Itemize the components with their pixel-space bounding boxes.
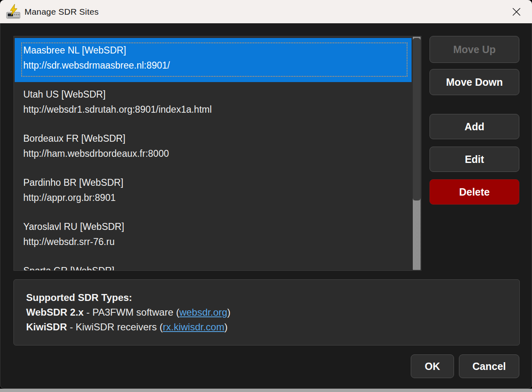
site-name: Pardinho BR [WebSDR]: [23, 176, 412, 189]
info-entry: KiwiSDR - KiwiSDR receivers (rx.kiwisdr.…: [26, 320, 519, 334]
list-item[interactable]: Maasbree NL [WebSDR] http://sdr.websdrma…: [15, 38, 412, 82]
site-name: Maasbree NL [WebSDR]: [23, 44, 412, 57]
list-item[interactable]: Sparta GR [WebSDR]: [15, 258, 412, 270]
edit-button[interactable]: Edit: [430, 147, 519, 172]
site-name: Bordeaux FR [WebSDR]: [23, 132, 412, 145]
sdr-type-description-end: ): [227, 307, 231, 318]
delete-button[interactable]: Delete: [430, 179, 519, 205]
vertical-scrollbar[interactable]: [413, 37, 421, 270]
cancel-button[interactable]: Cancel: [459, 354, 519, 378]
background-window-edge: [0, 389, 532, 392]
sdr-type-name: KiwiSDR: [26, 321, 67, 332]
site-url: http://sdr.websdrmaasbree.nl:8901/: [23, 59, 412, 72]
add-button[interactable]: Add: [430, 114, 519, 139]
supported-sdr-types-panel: Supported SDR Types: WebSDR 2.x - PA3FWM…: [13, 279, 520, 345]
titlebar: Manage SDR Sites: [0, 0, 532, 23]
site-url: http://websdr.srr-76.ru: [23, 236, 412, 248]
list-item[interactable]: Pardinho BR [WebSDR] http://appr.org.br:…: [15, 170, 412, 214]
kiwisdr-com-link[interactable]: rx.kiwisdr.com: [163, 321, 225, 332]
site-url: http://ham.websdrbordeaux.fr:8000: [23, 147, 412, 160]
sdr-type-name: WebSDR 2.x: [26, 307, 84, 318]
close-button[interactable]: [508, 3, 525, 21]
site-url: http://appr.org.br:8901: [23, 192, 412, 204]
sdr-type-description: - PA3FWM software (: [84, 307, 179, 318]
app-icon: [6, 4, 21, 20]
manage-sdr-sites-dialog: Manage SDR Sites Maasbree NL [WebSDR] ht…: [0, 0, 532, 389]
list-item[interactable]: Bordeaux FR [WebSDR] http://ham.websdrbo…: [15, 126, 412, 170]
sdr-site-listbox: Maasbree NL [WebSDR] http://sdr.websdrma…: [13, 36, 421, 271]
sdr-type-description-end: ): [224, 321, 227, 332]
info-heading: Supported SDR Types:: [26, 290, 519, 305]
scrollbar-thumb[interactable]: [413, 38, 421, 200]
site-name: Utah US [WebSDR]: [23, 88, 412, 101]
list-content: Maasbree NL [WebSDR] http://sdr.websdrma…: [15, 38, 412, 270]
list-item[interactable]: Utah US [WebSDR] http://websdr1.sdrutah.…: [15, 82, 412, 126]
site-name: Sparta GR [WebSDR]: [23, 265, 412, 270]
move-up-button[interactable]: Move Up: [430, 36, 519, 63]
site-url: http://websdr1.sdrutah.org:8901/index1a.…: [23, 103, 412, 116]
info-entry: WebSDR 2.x - PA3FWM software (websdr.org…: [26, 305, 519, 320]
list-item[interactable]: Yaroslavl RU [WebSDR] http://websdr.srr-…: [15, 214, 412, 258]
websdr-org-link[interactable]: websdr.org: [179, 307, 227, 318]
move-down-button[interactable]: Move Down: [430, 69, 519, 95]
site-name: Yaroslavl RU [WebSDR]: [23, 220, 412, 233]
ok-button[interactable]: OK: [411, 354, 454, 378]
sdr-type-description: - KiwiSDR receivers (: [67, 321, 163, 332]
window-title: Manage SDR Sites: [24, 7, 99, 17]
screen: Manage SDR Sites Maasbree NL [WebSDR] ht…: [0, 0, 532, 392]
close-icon: [512, 7, 521, 17]
